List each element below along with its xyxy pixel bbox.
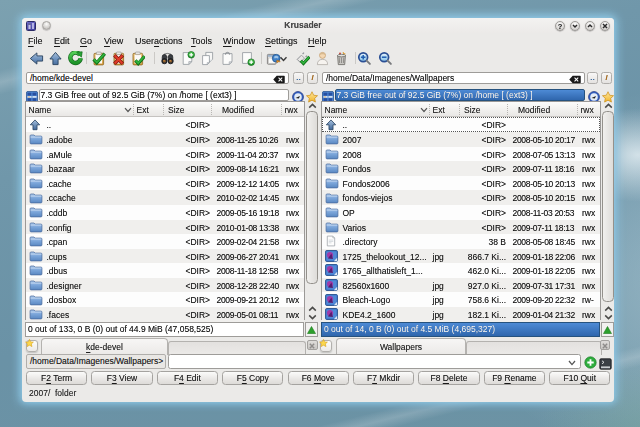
- svg-text:?: ?: [558, 22, 563, 30]
